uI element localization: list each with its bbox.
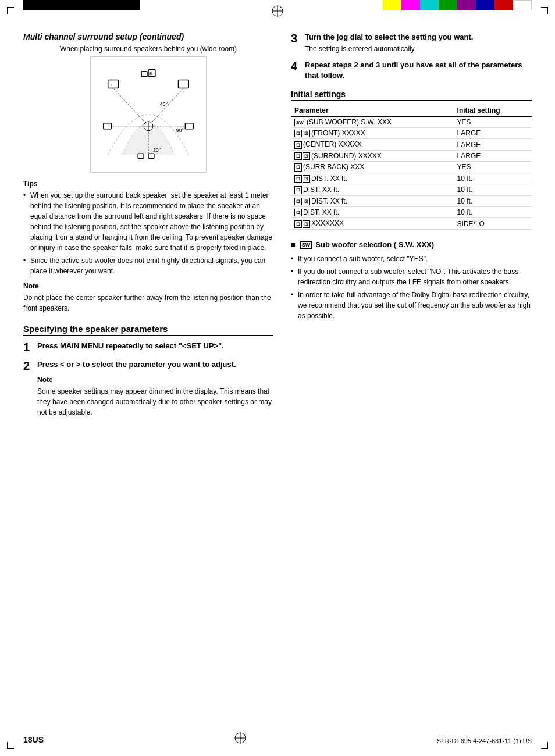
table-cell-param: ⊡(SURR BACK) XXX [291,162,454,173]
table-cell-value: 10 ft. [454,184,532,195]
table-cell-param: ⊡⊡(FRONT) XXXXX [291,127,454,138]
row-icon: ⊡ [294,208,303,216]
table-row: ⊡⊡(FRONT) XXXXXLARGE [291,127,532,138]
table-row: ⊡(CENTER) XXXXXLARGE [291,139,532,150]
row-icon: ⊡⊡ [294,174,311,183]
table-cell-value: LARGE [454,127,532,138]
corner-mark-tl [7,7,14,14]
step-2-title: Press < or > to select the parameter you… [37,359,273,370]
step-1-title: Press MAIN MENU repeatedly to select "<S… [37,341,273,351]
table-cell-param-text: XXXXXXX [311,219,344,227]
table-cell-value: LARGE [454,139,532,150]
crosshair-bottom [234,732,247,744]
table-row: SW(SUB WOOFER) S.W. XXXYES [291,116,532,127]
tip-1: When you set up the surround back speake… [23,190,273,253]
table-cell-value: 10 ft. [454,173,532,184]
table-cell-param: SW(SUB WOOFER) S.W. XXX [291,116,454,127]
sub-woofer-heading-text: Sub woofer selection ( S.W. XXX) [315,240,434,249]
table-cell-param-text: (CENTER) XXXXX [303,140,362,148]
table-cell-param-text: DIST. XX ft. [311,174,347,183]
svg-text:90°: 90° [176,127,184,133]
table-cell-value: YES [454,162,532,173]
svg-rect-19 [185,123,193,129]
left-column: Multi channel surround setup (continued)… [23,32,273,426]
initial-settings-heading: Initial settings [291,90,532,101]
crosshair-top [271,5,284,19]
step-2: 2 Press < or > to select the parameter y… [23,359,273,420]
table-cell-param: ⊡DIST. XX ft. [291,206,454,217]
table-cell-param-text: DIST. XX ft. [303,208,339,216]
step-1-number: 1 [23,341,34,354]
table-cell-param: ⊡⊡DIST. XX ft. [291,195,454,206]
table-cell-param: ⊡⊡DIST. XX ft. [291,173,454,184]
speaker-diagram: 45° 90° 20° ↑ ↑ [90,56,207,173]
sub-bullet-1: If you connect a sub woofer, select "YES… [291,254,532,264]
svg-rect-20 [138,154,144,158]
note-text-1: Do not place the center speaker further … [23,293,273,313]
step-2-note-heading: Note [37,376,273,384]
main-content: Multi channel surround setup (continued)… [23,32,532,426]
corner-mark-br [541,742,548,749]
table-cell-param: ⊡(CENTER) XXXXX [291,139,454,150]
table-cell-param-text: (SURROUND) XXXXX [311,152,382,160]
table-cell-param: ⊡⊡(SURROUND) XXXXX [291,150,454,161]
table-cell-param-text: (FRONT) XXXXX [311,129,365,137]
color-yellow [383,0,401,10]
row-icon: ⊡ [294,163,303,171]
model-number: STR-DE695 4-247-631-11 (1) US [437,737,532,744]
step-2-content: Press < or > to select the parameter you… [37,359,273,420]
row-icon: SW [294,118,307,126]
step-3: 3 Turn the jog dial to select the settin… [291,32,532,54]
table-row: ⊡(SURR BACK) XXXYES [291,162,532,173]
row-icon: ⊡⊡ [294,152,311,160]
svg-rect-21 [148,154,154,158]
table-cell-param: ⊡DIST. XX ft. [291,184,454,195]
table-cell-value: SIDE/LO [454,218,532,229]
svg-text:↑: ↑ [180,83,182,87]
table-cell-param-text: (SUB WOOFER) S.W. XXX [307,118,392,126]
black-bar [23,0,140,10]
svg-line-4 [148,88,183,126]
note-heading-1: Note [23,282,273,290]
table-cell-param-text: DIST. XX ft. [303,186,339,194]
color-purple [457,0,476,10]
table-header-param: Parameter [291,105,454,117]
step-3-body: The setting is entered automatically. [305,44,532,54]
page-number: 18US [23,735,44,744]
sub-bullet-2: If you do not connect a sub woofer, sele… [291,266,532,287]
right-column: 3 Turn the jog dial to select the settin… [291,32,532,426]
step-4-number: 4 [291,60,301,81]
svg-line-3 [114,88,148,126]
color-bar [383,0,532,10]
sub-woofer-heading: SW Sub woofer selection ( S.W. XXX) [291,240,532,249]
table-row: ⊡⊡DIST. XX ft.10 ft. [291,173,532,184]
step-2-number: 2 [23,359,34,420]
color-red [494,0,513,10]
svg-text:20°: 20° [153,147,161,153]
table-row: ⊡DIST. XX ft.10 ft. [291,184,532,195]
svg-text:↑: ↑ [111,83,112,87]
table-row: ⊡⊡DIST. XX ft.10 ft. [291,195,532,206]
footer: 18US STR-DE695 4-247-631-11 (1) US [23,732,532,744]
table-row: ⊡⊡XXXXXXXSIDE/LO [291,218,532,229]
table-cell-value: LARGE [454,150,532,161]
svg-rect-13 [178,80,188,88]
row-icon: ⊡⊡ [294,219,311,227]
tips-heading: Tips [23,180,273,188]
svg-text:⊞: ⊞ [149,72,152,76]
svg-rect-18 [104,123,112,129]
specifying-heading: Specifying the speaker parameters [23,324,273,336]
corner-mark-tr [541,7,548,14]
step-4-title: Repeat steps 2 and 3 until you have set … [305,60,532,81]
step-4: 4 Repeat steps 2 and 3 until you have se… [291,60,532,81]
row-icon: ⊡ [294,140,303,148]
svg-rect-11 [108,80,119,88]
svg-rect-22 [141,72,147,77]
table-cell-value: 10 ft. [454,206,532,217]
table-header-value: Initial setting [454,105,532,117]
step-4-content: Repeat steps 2 and 3 until you have set … [305,60,532,81]
step-3-content: Turn the jog dial to select the setting … [305,32,532,54]
section-title: Multi channel surround setup (continued) [23,32,273,41]
step-3-title: Turn the jog dial to select the setting … [305,32,532,42]
color-magenta [401,0,420,10]
